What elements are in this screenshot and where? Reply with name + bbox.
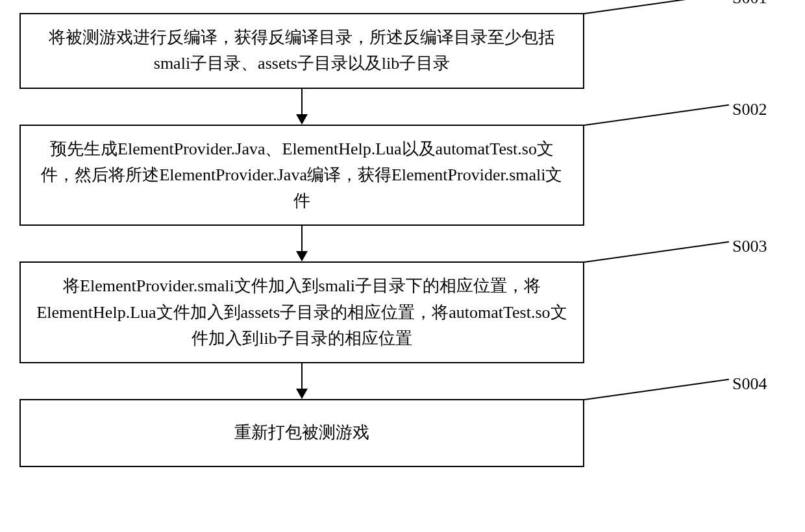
- step-1-label: S001: [732, 0, 767, 8]
- step-4-label: S004: [732, 374, 767, 394]
- arrow-3: [19, 363, 584, 399]
- arrow-2-head: [296, 251, 308, 261]
- step-4-text: 重新打包被测游戏: [234, 423, 369, 442]
- arrow-1-head: [296, 114, 308, 125]
- flowchart: 将被测游戏进行反编译，获得反编译目录，所述反编译目录至少包括smali子目录、a…: [19, 13, 786, 467]
- step-2-wrapper: 预先生成ElementProvider.Java、ElementHelp.Lua…: [19, 125, 786, 226]
- step-3-wrapper: 将ElementProvider.smali文件加入到smali子目录下的相应位…: [19, 261, 786, 363]
- step-3-text: 将ElementProvider.smali文件加入到smali子目录下的相应位…: [36, 276, 567, 348]
- step-2-label: S002: [732, 100, 767, 119]
- arrow-2: [19, 226, 584, 261]
- step-1-text: 将被测游戏进行反编译，获得反编译目录，所述反编译目录至少包括smali子目录、a…: [49, 28, 555, 73]
- step-3-label: S003: [732, 237, 767, 256]
- arrow-2-shaft: [301, 226, 303, 252]
- step-4-wrapper: 重新打包被测游戏 S004: [19, 399, 786, 466]
- step-4-leader: [584, 379, 729, 400]
- step-2-leader: [584, 104, 729, 125]
- step-3-box: 将ElementProvider.smali文件加入到smali子目录下的相应位…: [19, 261, 584, 363]
- step-1-leader: [584, 0, 729, 14]
- step-4-box: 重新打包被测游戏: [19, 399, 584, 466]
- arrow-1: [19, 89, 584, 125]
- step-1-wrapper: 将被测游戏进行反编译，获得反编译目录，所述反编译目录至少包括smali子目录、a…: [19, 13, 786, 89]
- arrow-3-head: [296, 389, 308, 399]
- step-2-box: 预先生成ElementProvider.Java、ElementHelp.Lua…: [19, 125, 584, 226]
- arrow-3-shaft: [301, 363, 303, 389]
- step-1-box: 将被测游戏进行反编译，获得反编译目录，所述反编译目录至少包括smali子目录、a…: [19, 13, 584, 89]
- step-3-leader: [584, 241, 729, 263]
- arrow-1-shaft: [301, 89, 303, 115]
- step-2-text: 预先生成ElementProvider.Java、ElementHelp.Lua…: [41, 139, 562, 211]
